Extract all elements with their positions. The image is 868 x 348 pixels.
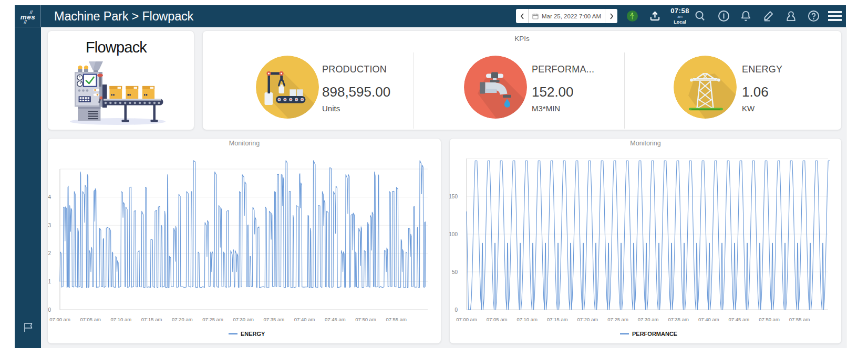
svg-text:07:25 am: 07:25 am — [202, 317, 223, 322]
svg-text:0: 0 — [48, 307, 51, 313]
svg-text:07:30 am: 07:30 am — [638, 317, 659, 322]
svg-text:07:50 am: 07:50 am — [759, 317, 780, 322]
svg-text:ENERGY: ENERGY — [241, 331, 265, 337]
svg-text:3: 3 — [48, 223, 51, 228]
svg-text:07:10 am: 07:10 am — [516, 317, 538, 322]
svg-text:0: 0 — [454, 307, 458, 313]
svg-text:07:35 am: 07:35 am — [668, 317, 689, 322]
svg-text:07:20 am: 07:20 am — [577, 317, 598, 322]
svg-text:Monitoring: Monitoring — [630, 140, 660, 147]
svg-text:07:50 am: 07:50 am — [355, 317, 376, 322]
svg-text:2: 2 — [48, 250, 51, 256]
svg-text:07:40 am: 07:40 am — [698, 317, 719, 322]
svg-text:50: 50 — [452, 269, 458, 275]
svg-text:150: 150 — [449, 194, 458, 199]
svg-text:07:15 am: 07:15 am — [547, 317, 568, 322]
svg-text:07:15 am: 07:15 am — [141, 317, 162, 322]
svg-text:07:30 am: 07:30 am — [233, 317, 254, 322]
svg-text:07:45 am: 07:45 am — [729, 317, 750, 322]
svg-text:Monitoring: Monitoring — [229, 140, 260, 147]
svg-text:07:25 am: 07:25 am — [607, 317, 628, 322]
svg-text:07:40 am: 07:40 am — [294, 317, 315, 322]
svg-text:07:00 am: 07:00 am — [49, 317, 70, 322]
svg-text:07:45 am: 07:45 am — [325, 317, 346, 322]
svg-text:07:55 am: 07:55 am — [386, 317, 407, 322]
svg-text:mes: mes — [20, 13, 36, 21]
svg-text:07:05 am: 07:05 am — [80, 317, 101, 322]
svg-text:1: 1 — [48, 279, 51, 284]
svg-text:4: 4 — [48, 194, 51, 200]
svg-text:07:10 am: 07:10 am — [111, 317, 132, 322]
svg-text:07:55 am: 07:55 am — [789, 317, 810, 322]
svg-text:07:35 am: 07:35 am — [264, 317, 285, 322]
svg-text:100: 100 — [449, 231, 458, 237]
svg-text:07:00 am: 07:00 am — [456, 317, 477, 322]
svg-text:07:05 am: 07:05 am — [487, 317, 508, 322]
svg-text:PERFORMANCE: PERFORMANCE — [632, 331, 677, 337]
svg-text:07:20 am: 07:20 am — [172, 317, 193, 322]
